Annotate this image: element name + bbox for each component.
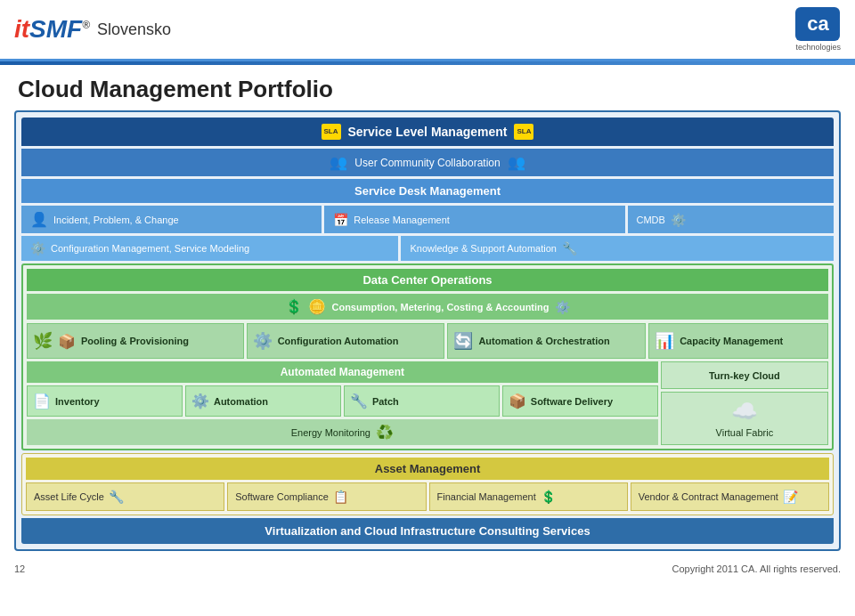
config-modeling-label: Configuration Management, Service Modeli… <box>51 243 249 254</box>
ucc-label: User Community Collaboration <box>354 157 500 169</box>
slm-label: Service Level Management <box>348 125 508 139</box>
virtual-fabric-label: Virtual Fabric <box>716 427 774 438</box>
people-icon-right: 👥 <box>508 154 525 171</box>
am-section: Automated Management 📄 Inventory ⚙️ Auto… <box>27 361 658 445</box>
turnkey-label: Turn-key Cloud <box>709 370 780 381</box>
automation-cell: ⚙️ Automation <box>185 385 341 417</box>
main-content: SLA Service Level Management SLA 👥 User … <box>0 110 855 558</box>
vendor-contract-icon: 📝 <box>783 490 798 504</box>
cmdb-icon: ⚙️ <box>671 213 686 227</box>
virt-label: Virtualization and Cloud Infrastructure … <box>265 524 590 538</box>
auto-orch-cell: 🔄 Automation & Orchestration <box>447 323 646 359</box>
incident-icon: 👤 <box>30 211 48 228</box>
config-icon: ⚙️ <box>30 241 45 255</box>
financial-mgmt-cell: Financial Management 💲 <box>429 482 628 511</box>
slm-bar: SLA Service Level Management SLA <box>21 118 834 146</box>
logo-it: it <box>14 15 29 43</box>
virtual-fabric-cell: ☁️ Virtual Fabric <box>661 392 828 445</box>
logo-area: itSMF® Slovensko <box>14 15 171 44</box>
financial-mgmt-icon: 💲 <box>541 490 556 504</box>
sla-icon-right: SLA <box>514 124 533 140</box>
incident-label: Incident, Problem, & Change <box>53 215 179 225</box>
asset-lifecycle-label: Asset Life Cycle <box>34 491 104 502</box>
release-icon: 📅 <box>333 213 348 227</box>
energy-bar: Energy Monitoring ♻️ <box>27 419 658 445</box>
pooling-icon: 🌿 <box>33 331 53 351</box>
am-title: Automated Management <box>27 361 658 383</box>
turnkey-cell: Turn-key Cloud <box>661 361 828 389</box>
sla-icon: SLA <box>322 124 341 140</box>
cloud-icon: ☁️ <box>731 399 758 424</box>
patch-icon: 🔧 <box>350 393 368 409</box>
asset-cells: Asset Life Cycle 🔧 Software Compliance 📋… <box>26 482 829 511</box>
dco-section: Data Center Operations 💲 🪙 Consumption, … <box>21 263 834 450</box>
asset-section: Asset Management Asset Life Cycle 🔧 Soft… <box>21 453 834 515</box>
pooling-cell: 🌿 📦 Pooling & Provisioning <box>27 323 244 359</box>
footer: 12 Copyright 2011 CA. All rights reserve… <box>0 558 855 580</box>
asset-mgmt-label: Asset Management <box>375 462 480 475</box>
capacity-icon: 📊 <box>655 331 674 351</box>
config-auto-icon: ⚙️ <box>253 331 273 351</box>
ops-row: 🌿 📦 Pooling & Provisioning ⚙️ Configurat… <box>27 323 828 359</box>
people-icon-left: 👥 <box>330 154 347 171</box>
vendor-contract-label: Vendor & Contract Management <box>639 491 778 502</box>
ca-badge: ca <box>795 7 840 41</box>
inventory-icon: 📄 <box>33 393 51 409</box>
config-modeling-cell: ⚙️ Configuration Management, Service Mod… <box>21 236 398 261</box>
knowledge-label: Knowledge & Support Automation <box>410 243 557 254</box>
pooling-icon2: 📦 <box>58 333 76 350</box>
patch-label: Patch <box>372 396 399 407</box>
software-delivery-icon: 📦 <box>509 393 526 409</box>
dco-title: Data Center Operations <box>27 269 828 291</box>
pooling-label: Pooling & Provisioning <box>81 336 189 346</box>
capacity-label: Capacity Management <box>680 336 783 346</box>
config-row: ⚙️ Configuration Management, Service Mod… <box>21 236 834 261</box>
sdm-bar: Service Desk Management <box>21 179 834 203</box>
consumption-icon: ⚙️ <box>555 300 570 314</box>
cmdb-cell: CMDB ⚙️ <box>628 206 835 233</box>
release-cell: 📅 Release Management <box>324 206 624 233</box>
logo-smf: SMF <box>29 15 82 43</box>
cmdb-label: CMDB <box>637 215 665 225</box>
patch-cell: 🔧 Patch <box>344 385 500 417</box>
energy-label: Energy Monitoring <box>291 427 370 438</box>
knowledge-cell: Knowledge & Support Automation 🔧 <box>401 236 834 261</box>
incident-cell: 👤 Incident, Problem, & Change <box>21 206 322 233</box>
inventory-cell: 📄 Inventory <box>27 385 183 417</box>
knowledge-icon: 🔧 <box>562 241 577 255</box>
logo-reg: ® <box>82 19 90 31</box>
sdm-label: Service Desk Management <box>354 184 501 198</box>
am-label: Automated Management <box>281 366 404 378</box>
ca-logo: ca technologies <box>795 7 841 52</box>
itsmf-logo: itSMF® <box>14 15 90 44</box>
financial-mgmt-label: Financial Management <box>437 491 536 502</box>
logo-slovensko: Slovensko <box>97 20 171 39</box>
portfolio-container: SLA Service Level Management SLA 👥 User … <box>14 110 841 551</box>
consumption-bar: 💲 🪙 Consumption, Metering, Costing & Acc… <box>27 294 828 320</box>
am-row: Automated Management 📄 Inventory ⚙️ Auto… <box>27 361 828 445</box>
automation-icon: ⚙️ <box>191 393 209 409</box>
software-compliance-cell: Software Compliance 📋 <box>227 482 426 511</box>
asset-lifecycle-cell: Asset Life Cycle 🔧 <box>26 482 224 511</box>
incident-row: 👤 Incident, Problem, & Change 📅 Release … <box>21 206 834 233</box>
coin-icon: 🪙 <box>308 298 326 315</box>
asset-title: Asset Management <box>26 458 829 480</box>
auto-orch-label: Automation & Orchestration <box>478 336 609 346</box>
copyright: Copyright 2011 CA. All rights reserved. <box>672 563 841 574</box>
dco-label: Data Center Operations <box>362 273 492 287</box>
turnkey-section: Turn-key Cloud ☁️ Virtual Fabric <box>661 361 828 445</box>
am-cells: 📄 Inventory ⚙️ Automation 🔧 Patch 📦 <box>27 385 658 417</box>
asset-lifecycle-icon: 🔧 <box>109 490 124 504</box>
software-delivery-label: Software Delivery <box>531 396 613 407</box>
software-delivery-cell: 📦 Software Delivery <box>502 385 658 417</box>
release-label: Release Management <box>354 215 450 225</box>
virt-bar: Virtualization and Cloud Infrastructure … <box>21 518 834 544</box>
page-number: 12 <box>14 563 25 574</box>
software-compliance-icon: 📋 <box>333 490 348 504</box>
consumption-label: Consumption, Metering, Costing & Account… <box>331 302 549 312</box>
ca-tech-label: technologies <box>795 43 841 52</box>
config-auto-cell: ⚙️ Configuration Automation <box>247 323 445 359</box>
inventory-label: Inventory <box>55 396 100 407</box>
ucc-bar: 👥 User Community Collaboration 👥 <box>21 149 834 176</box>
software-compliance-label: Software Compliance <box>235 491 329 502</box>
